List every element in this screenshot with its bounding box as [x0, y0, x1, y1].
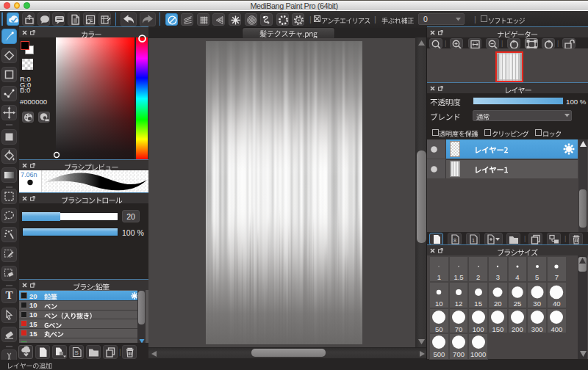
- svg-text:S: S: [75, 349, 79, 356]
- svg-text:1: 1: [472, 238, 475, 243]
- svg-text:8: 8: [453, 238, 456, 243]
